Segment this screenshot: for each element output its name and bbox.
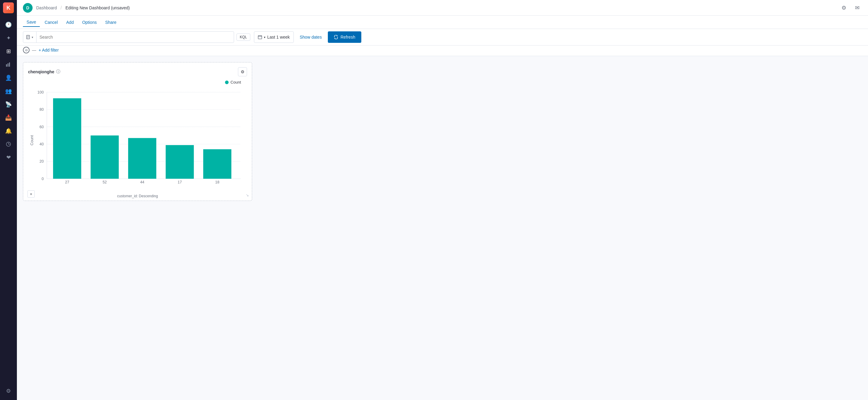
content-area: chenqionghe ⓘ ⚙ Count: [17, 56, 868, 400]
search-input[interactable]: [36, 35, 234, 39]
main-area: D Dashboard / Editing New Dashboard (uns…: [17, 0, 868, 400]
save-button[interactable]: Save: [23, 18, 40, 27]
sidebar-item-feeds[interactable]: 📡: [2, 98, 14, 111]
app-logo[interactable]: K: [3, 2, 14, 13]
svg-text:100: 100: [37, 90, 44, 94]
svg-rect-10: [258, 36, 262, 39]
add-button[interactable]: Add: [63, 18, 78, 27]
refresh-label: Refresh: [341, 35, 355, 39]
chart-x-axis-label: customer_id: Descending: [28, 194, 247, 198]
sidebar-item-import[interactable]: 📥: [2, 112, 14, 124]
settings-icon[interactable]: ⚙: [839, 3, 849, 13]
page-title: Editing New Dashboard (unsaved): [65, 5, 130, 10]
mail-icon[interactable]: ✉: [852, 3, 862, 13]
breadcrumb: Dashboard: [36, 5, 57, 10]
search-type-button[interactable]: ▾: [23, 32, 36, 42]
svg-rect-2: [9, 62, 10, 67]
filterrow: ⊖ — + Add filter: [17, 45, 868, 56]
gear-icon: ⚙: [241, 69, 245, 74]
panel-title: chenqionghe: [28, 69, 54, 74]
options-button[interactable]: Options: [79, 18, 100, 27]
panel-bottom-right: ↘: [246, 192, 249, 197]
svg-text:20: 20: [39, 159, 44, 163]
panel-gear-button[interactable]: ⚙: [238, 67, 247, 76]
cancel-button[interactable]: Cancel: [41, 18, 62, 27]
filter-icon[interactable]: ⊖: [23, 47, 30, 53]
date-picker-button[interactable]: ▾ Last 1 week: [254, 31, 294, 43]
svg-text:Count: Count: [30, 135, 34, 145]
filter-dash: —: [32, 48, 36, 53]
share-button[interactable]: Share: [102, 18, 120, 27]
filterbar: ▾ KQL ▾ Last 1 week Show dates Refresh: [17, 29, 868, 45]
bar-27[interactable]: [53, 98, 81, 179]
svg-rect-0: [6, 64, 7, 67]
panel-bottom-left: ≡: [27, 190, 35, 197]
bar-52[interactable]: [91, 135, 119, 179]
bar-18[interactable]: [203, 149, 231, 179]
refresh-icon: [334, 35, 338, 39]
sidebar-item-health[interactable]: ❤: [2, 151, 14, 163]
info-icon[interactable]: ⓘ: [56, 69, 60, 74]
svg-text:52: 52: [102, 180, 107, 184]
date-label: Last 1 week: [267, 35, 290, 39]
add-filter-button[interactable]: + Add filter: [39, 48, 59, 53]
sidebar-item-alerts[interactable]: 🔔: [2, 125, 14, 137]
bar-chart: 100 80 60 40 20 0 Count 27 52: [28, 89, 247, 191]
svg-text:17: 17: [178, 180, 182, 184]
search-container: ▾: [23, 31, 234, 43]
calendar-icon: [258, 35, 262, 39]
resize-handle[interactable]: ↘: [246, 193, 249, 197]
chevron-down-icon-date: ▾: [264, 36, 266, 39]
chevron-down-icon: ▾: [32, 36, 33, 39]
document-icon: [26, 35, 30, 39]
svg-text:18: 18: [215, 180, 220, 184]
svg-rect-1: [7, 63, 8, 67]
actionbar: Save Cancel Add Options Share: [17, 16, 868, 29]
sidebar: K 🕐 ✦ ⊞ 👤 👥 📡 📥 🔔 ❤ ⚙: [0, 0, 17, 400]
svg-text:60: 60: [39, 125, 44, 129]
svg-text:44: 44: [140, 180, 145, 184]
legend-label: Count: [230, 80, 241, 85]
svg-text:27: 27: [65, 180, 69, 184]
breadcrumb-separator: /: [61, 5, 62, 10]
svg-text:80: 80: [39, 107, 44, 112]
panel-list-button[interactable]: ≡: [27, 190, 35, 197]
avatar: D: [23, 3, 33, 13]
sidebar-item-visualize[interactable]: [2, 59, 14, 70]
panel-header: chenqionghe ⓘ ⚙: [28, 67, 247, 76]
bar-17[interactable]: [165, 145, 194, 179]
sidebar-item-recent[interactable]: 🕐: [2, 19, 14, 31]
sidebar-item-analytics[interactable]: [2, 138, 14, 150]
chart-container: Count 100 80 60 40 2: [28, 80, 247, 194]
kql-button[interactable]: KQL: [237, 33, 250, 41]
chart-legend: Count: [225, 80, 241, 85]
sidebar-item-settings[interactable]: ⚙: [2, 385, 14, 397]
sidebar-item-dashboard[interactable]: ⊞: [2, 45, 14, 57]
panel-title-row: chenqionghe ⓘ: [28, 69, 60, 74]
sidebar-item-team[interactable]: 👥: [2, 85, 14, 97]
refresh-button[interactable]: Refresh: [328, 31, 361, 43]
show-dates-button[interactable]: Show dates: [296, 33, 326, 41]
legend-dot: [225, 81, 228, 84]
svg-text:0: 0: [42, 177, 44, 181]
svg-text:40: 40: [39, 142, 44, 146]
visualization-panel: chenqionghe ⓘ ⚙ Count: [23, 62, 252, 201]
sidebar-item-users[interactable]: 👤: [2, 72, 14, 84]
sidebar-item-favorites[interactable]: ✦: [2, 32, 14, 44]
topbar: D Dashboard / Editing New Dashboard (uns…: [17, 0, 868, 16]
bar-44[interactable]: [128, 138, 156, 179]
